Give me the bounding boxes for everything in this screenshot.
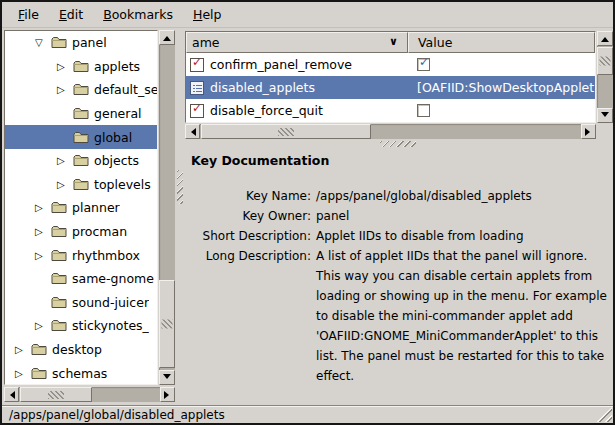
folder-icon bbox=[51, 201, 67, 214]
tree-vertical-scrollbar[interactable] bbox=[159, 30, 175, 385]
expander-icon[interactable] bbox=[57, 61, 73, 72]
column-header-name[interactable]: ame bbox=[186, 32, 408, 53]
expander-icon[interactable] bbox=[15, 344, 31, 355]
scroll-up-button[interactable] bbox=[159, 30, 175, 45]
arrow-up-icon bbox=[601, 33, 609, 42]
tree-item-label: stickynotes_ bbox=[72, 318, 149, 333]
tree-item[interactable]: rhythmbox bbox=[5, 243, 157, 267]
thumb-grip-icon bbox=[162, 320, 173, 329]
folder-icon bbox=[51, 225, 67, 238]
folder-icon bbox=[73, 107, 89, 120]
docs-title: Key Documentation bbox=[191, 153, 612, 168]
tree-item-label: desktop bbox=[52, 342, 102, 357]
scroll-left-button[interactable] bbox=[4, 387, 19, 402]
tree-item[interactable]: global bbox=[5, 125, 157, 149]
tree-hscroll-thumb[interactable] bbox=[20, 387, 92, 402]
docs-field-label: Key Owner: bbox=[185, 206, 311, 226]
table-body: confirm_panel_remove disabled_applets bbox=[186, 53, 595, 122]
key-type-icon bbox=[190, 81, 204, 95]
column-header-name-label: ame bbox=[192, 35, 220, 50]
tree-item[interactable]: applets bbox=[5, 55, 157, 79]
tree-vscroll-thumb[interactable] bbox=[159, 280, 175, 368]
value-checkbox[interactable] bbox=[417, 104, 430, 117]
tree-item[interactable]: same-gnome bbox=[5, 267, 157, 291]
scroll-up-button[interactable] bbox=[597, 31, 613, 46]
value-checkbox[interactable] bbox=[417, 58, 430, 71]
table-row[interactable]: disabled_applets [OAFIID:ShowDesktopAppl… bbox=[186, 76, 595, 99]
menu-item[interactable]: Bookmarks bbox=[93, 3, 183, 26]
tree-item[interactable]: desktop bbox=[5, 338, 157, 362]
scroll-left-button[interactable] bbox=[185, 124, 200, 139]
tree-item-label: planner bbox=[72, 200, 120, 215]
resize-grip-icon[interactable] bbox=[596, 407, 612, 422]
table-vscroll-thumb[interactable] bbox=[597, 47, 613, 75]
scroll-down-button[interactable] bbox=[159, 370, 175, 385]
expander-icon[interactable] bbox=[35, 226, 51, 237]
scroll-right-button[interactable] bbox=[160, 387, 175, 402]
tree-item-label: default_se bbox=[94, 82, 157, 97]
scroll-right-button[interactable] bbox=[581, 124, 596, 139]
tree-item[interactable]: objects bbox=[5, 149, 157, 173]
status-bar: /apps/panel/global/disabled_applets bbox=[2, 405, 613, 423]
status-bar-text: /apps/panel/global/disabled_applets bbox=[9, 408, 225, 422]
menu-item-label: Bookmarks bbox=[103, 7, 173, 22]
folder-icon bbox=[31, 367, 47, 380]
column-header-value-label: Value bbox=[418, 35, 452, 50]
expander-icon[interactable] bbox=[35, 37, 51, 48]
table-row[interactable]: disable_force_quit bbox=[186, 99, 595, 122]
splitter-grip-icon bbox=[177, 170, 183, 204]
expander-icon[interactable] bbox=[35, 320, 51, 331]
tree-item[interactable]: general bbox=[5, 102, 157, 126]
folder-icon bbox=[73, 154, 89, 167]
arrow-right-icon bbox=[164, 391, 173, 399]
tree-item-label: general bbox=[94, 106, 142, 121]
tree-item-label: applets bbox=[94, 59, 140, 74]
docs-field-label: Long Description: bbox=[185, 246, 311, 386]
tree-item[interactable]: sound-juicer bbox=[5, 291, 157, 315]
menu-item[interactable]: Help bbox=[183, 3, 232, 26]
tree-item[interactable]: planner bbox=[5, 196, 157, 220]
tree-item[interactable]: default_se bbox=[5, 78, 157, 102]
tree-item[interactable]: procman bbox=[5, 220, 157, 244]
pane-splitter[interactable] bbox=[176, 28, 184, 405]
folder-icon bbox=[51, 249, 67, 262]
menu-item[interactable]: Edit bbox=[49, 3, 93, 26]
scroll-down-button[interactable] bbox=[597, 108, 613, 123]
table-row[interactable]: confirm_panel_remove bbox=[186, 53, 595, 76]
tree-item-label: panel bbox=[72, 35, 107, 50]
docs-field-value: /apps/panel/global/disabled_applets bbox=[316, 186, 609, 206]
expander-icon[interactable] bbox=[57, 84, 73, 95]
tree-item[interactable]: schemas bbox=[5, 361, 157, 385]
expander-icon[interactable] bbox=[35, 250, 51, 261]
docs-field: Short Description: Applet IIDs to disabl… bbox=[185, 226, 612, 246]
docs-splitter-grip[interactable] bbox=[380, 141, 416, 147]
expander-icon[interactable] bbox=[35, 202, 51, 213]
value-text: [OAFIID:ShowDesktopApplet] bbox=[417, 80, 595, 95]
tree-item-label: schemas bbox=[52, 366, 107, 381]
config-tree: panel applets default_se bbox=[4, 30, 158, 385]
key-name-label: confirm_panel_remove bbox=[210, 57, 352, 72]
tree-item[interactable]: stickynotes_ bbox=[5, 314, 157, 338]
table-vertical-scrollbar[interactable] bbox=[597, 31, 613, 123]
tree-item-label: objects bbox=[94, 153, 139, 168]
key-value-cell bbox=[408, 58, 595, 71]
folder-icon bbox=[31, 343, 47, 356]
tree-item[interactable]: toplevels bbox=[5, 173, 157, 197]
folder-icon bbox=[51, 36, 67, 49]
expander-icon[interactable] bbox=[15, 368, 31, 379]
tree-item[interactable]: panel bbox=[5, 31, 157, 55]
tree-horizontal-scrollbar[interactable] bbox=[4, 387, 175, 402]
gconf-editor-window: File Edit Bookmarks Help pan bbox=[0, 0, 615, 425]
sort-indicator-icon bbox=[389, 35, 398, 48]
column-header-value[interactable]: Value bbox=[408, 32, 595, 53]
expander-icon[interactable] bbox=[57, 155, 73, 166]
table-hscroll-thumb[interactable] bbox=[201, 124, 371, 139]
tree-item-label: global bbox=[94, 130, 132, 145]
table-horizontal-scrollbar[interactable] bbox=[185, 124, 596, 139]
folder-icon bbox=[51, 319, 67, 332]
docs-field-value: Applet IIDs to disable from loading bbox=[316, 226, 609, 246]
docs-field-value: panel bbox=[316, 206, 609, 226]
menu-item[interactable]: File bbox=[8, 3, 49, 26]
key-value-cell bbox=[408, 104, 595, 117]
expander-icon[interactable] bbox=[57, 179, 73, 190]
